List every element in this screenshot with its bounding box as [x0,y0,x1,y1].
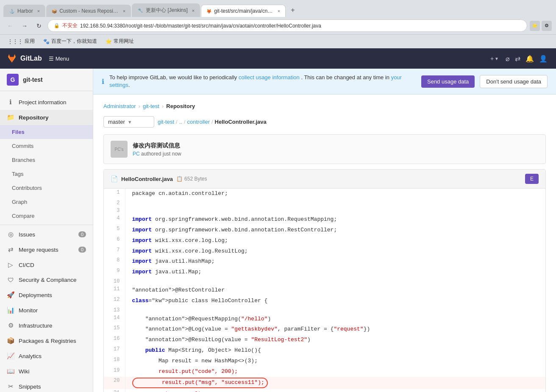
sidebar-item-label: Packages & Registries [19,338,76,344]
sidebar-item-cicd[interactable]: ▷ CI/CD [0,257,93,272]
file-path-controller-link[interactable]: controller [187,119,210,125]
branch-selector[interactable]: master ▼ [103,116,154,128]
project-avatar: G [7,74,19,86]
gitlab-logo[interactable]: GitLab [7,53,42,64]
notice-banner: ℹ To help improve GitLab, we would like … [93,69,556,95]
gitlab-logo-icon [7,53,17,64]
breadcrumb-project[interactable]: git-test [143,103,159,109]
issues-icon[interactable]: ⌀ [504,53,512,64]
line-code: import org.springframework.web.bind.anno… [125,214,545,225]
line-number: 1 [104,189,125,199]
sidebar-item-wiki[interactable]: 📖 Wiki [0,364,93,379]
sidebar-item-deployments[interactable]: 🚀 Deployments [0,287,93,303]
forward-button[interactable]: → [19,20,31,32]
sidebar-item-compare[interactable]: Compare [0,209,93,223]
line-number: 6 [104,236,125,246]
bookmark-baidu-label: 百度一下，你就知道 [51,38,97,45]
merge-requests-icon[interactable]: ⇄ [513,53,522,64]
sidebar-item-snippets[interactable]: ✂ Snippets [0,379,93,392]
main-content: ℹ To help improve GitLab, we would like … [93,69,556,392]
snooze-icon[interactable]: 🔔 [524,53,536,64]
branch-chevron-icon: ▼ [128,120,132,125]
sidebar-item-repository[interactable]: 📁 Repository [0,110,93,125]
sidebar-item-files[interactable]: Files [0,125,93,139]
file-path-row: master ▼ git-test / .. / controller / He… [103,116,546,128]
tab-nexus-icon: 📦 [52,8,57,14]
table-row: 1package cn.aotain.controller; [104,189,545,199]
tab-nexus-close[interactable]: × [123,8,125,14]
gitlab-logo-text: GitLab [20,55,42,62]
user-avatar-icon[interactable]: 👤 [537,53,549,64]
menu-button[interactable]: ☰ Menu [49,56,70,62]
table-row: 16 "annotation">@ResultLog(value = "Resu… [104,335,545,345]
snippets-icon: ✂ [7,383,14,390]
file-name-header: HelloController.java [121,176,173,182]
file-path-parent-link[interactable]: .. [179,119,182,125]
code-area: 1package cn.aotain.controller;234import … [104,189,545,392]
table-row: 14 "annotation">@RequestMapping("/hello"… [104,314,545,325]
send-usage-button[interactable]: Send usage data [421,75,475,88]
address-bar[interactable]: 🔒 不安全 192.168.50.94:3380/root/git-test/-… [47,19,527,32]
tab-jenkins-icon: 🔧 [137,8,143,14]
sidebar-item-commits[interactable]: Commits [0,139,93,153]
bookmark-apps[interactable]: ⋮⋮⋮ 应用 [4,36,38,46]
sidebar-item-monitor[interactable]: 📊 Monitor [0,303,93,318]
sidebar-item-branches[interactable]: Branches [0,153,93,167]
tab-harbor-close[interactable]: × [37,8,40,14]
tab-jenkins-close[interactable]: × [192,8,195,13]
line-code [125,278,545,285]
sidebar-item-analytics[interactable]: 📈 Analytics [0,348,93,364]
back-button[interactable]: ← [4,20,16,32]
sidebar-navigation: ℹ Project information 📁 Repository Files… [0,91,93,392]
issues-nav-icon: ◎ [7,231,14,238]
code-table: 1package cn.aotain.controller;234import … [104,189,545,392]
tab-gitlab-icon: 🦊 [206,8,211,14]
deployments-icon: 🚀 [7,291,14,299]
tab-nexus[interactable]: 📦 Custom - Nexus Repository M... × [46,5,131,17]
infrastructure-icon: ⚙ [7,322,14,329]
dont-send-button[interactable]: Don't send usage data [480,75,548,88]
sidebar-item-label: CI/CD [19,262,34,268]
tab-gitlab[interactable]: 🦊 git-test/src/main/java/cn/aota... × [201,5,286,17]
table-row: 9import java.util.Map; [104,267,545,278]
ext-icon-1[interactable]: ⭐ [530,21,540,31]
line-number: 18 [104,356,125,367]
repository-icon: 📁 [7,114,14,121]
tab-gitlab-close[interactable]: × [278,8,280,14]
sidebar-item-graph[interactable]: Graph [0,195,93,209]
app-body: G git-test ℹ Project information 📁 Repos… [0,69,556,392]
table-row: 4import org.springframework.web.bind.ann… [104,214,545,225]
plus-menu-button[interactable]: + ▼ [487,53,502,64]
sidebar-item-infrastructure[interactable]: ⚙ Infrastructure [0,318,93,333]
breadcrumb-admin[interactable]: Administrator [103,103,136,109]
sidebar-item-issues[interactable]: ◎ Issues 0 [0,227,93,242]
project-info-icon: ℹ [7,98,14,106]
sidebar-item-security[interactable]: 🛡 Security & Compliance [0,272,93,287]
ext-icon-2[interactable]: ⚙ [542,21,552,31]
bookmark-baidu[interactable]: 🐾 百度一下，你就知道 [40,36,100,46]
file-path-project-link[interactable]: git-test [158,119,174,125]
sidebar-item-packages[interactable]: 📦 Packages & Registries [0,333,93,348]
sidebar-item-contributors[interactable]: Contributors [0,181,93,195]
line-number: 14 [104,314,125,325]
content-area: Administrator › git-test › Repository ma… [93,95,556,392]
new-tab-button[interactable]: + [286,3,299,17]
edit-file-button[interactable]: E [525,174,539,184]
merge-requests-badge: 0 [78,247,86,253]
tab-harbor-icon: ⚓ [9,8,15,14]
sidebar-item-project-information[interactable]: ℹ Project information [0,95,93,110]
sidebar-project[interactable]: G git-test [0,69,93,91]
commit-meta: 修改内容测试信息 PC authored just now [133,142,539,157]
reload-button[interactable]: ↻ [33,20,45,32]
tab-jenkins[interactable]: 🔧 更新中心 [Jenkins] × [132,3,200,17]
bookmark-common-label: 常用网址 [114,38,134,45]
bookmark-common[interactable]: ⭐ 常用网址 [102,36,137,46]
line-code: class="kw">public class HelloController … [125,296,545,306]
table-row: 17 public Map<String, Object> Hello(){ [104,345,545,356]
line-number: 9 [104,267,125,278]
sidebar-item-tags[interactable]: Tags [0,167,93,181]
notice-collect-link[interactable]: collect usage information [239,74,300,81]
sidebar-item-merge-requests[interactable]: ⇄ Merge requests 0 [0,242,93,257]
tab-harbor[interactable]: ⚓ Harbor × [3,5,45,17]
commit-author-name[interactable]: PC [133,151,140,157]
